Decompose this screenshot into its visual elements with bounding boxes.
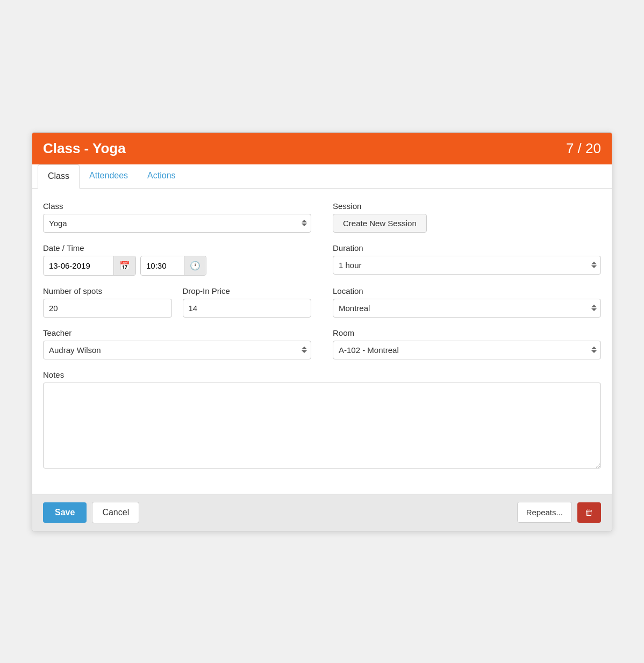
row-datetime-duration: Date / Time 📅 🕐 Duration 1 hour [43,243,601,276]
row-notes: Notes [43,370,601,470]
datetime-inputs: 📅 🕐 [43,256,311,276]
spots-label: Number of spots [43,286,172,296]
save-button[interactable]: Save [43,502,87,523]
footer-right: Repeats... 🗑 [517,502,601,523]
row-teacher-room: Teacher Audray Wilson Room A-102 - Montr… [43,328,601,359]
class-label: Class [43,201,311,211]
dropin-item: Drop-In Price [183,286,312,318]
duration-select-wrapper: 1 hour [333,256,601,275]
header-title: Class - Yoga [43,140,126,157]
duration-select[interactable]: 1 hour [333,256,601,275]
location-select[interactable]: Montreal [333,299,601,318]
footer: Save Cancel Repeats... 🗑 [32,494,612,531]
col-class: Class Yoga [43,201,311,233]
main-window: Class - Yoga 7 / 20 Class Attendees Acti… [32,132,612,531]
clock-icon-button[interactable]: 🕐 [184,256,206,275]
cancel-button[interactable]: Cancel [92,502,139,523]
location-select-wrapper: Montreal [333,299,601,318]
teacher-select-wrapper: Audray Wilson [43,341,311,359]
spots-item: Number of spots [43,286,172,318]
tab-class[interactable]: Class [38,164,80,189]
duration-label: Duration [333,243,601,253]
col-room: Room A-102 - Montreal [333,328,601,359]
class-select[interactable]: Yoga [43,214,311,233]
dropin-label: Drop-In Price [183,286,312,296]
session-label: Session [333,201,601,211]
col-session: Session Create New Session [333,201,601,233]
notes-label: Notes [43,370,601,379]
tab-attendees[interactable]: Attendees [80,164,138,188]
row-class-session: Class Yoga Session Create New Session [43,201,601,233]
datetime-label: Date / Time [43,243,311,253]
row-spots-dropin-location: Number of spots Drop-In Price Location M… [43,286,601,318]
col-location: Location Montreal [333,286,601,318]
spots-dropin-wrap: Number of spots Drop-In Price [43,286,311,318]
create-session-button[interactable]: Create New Session [333,214,427,233]
room-label: Room [333,328,601,337]
col-duration: Duration 1 hour [333,243,601,276]
repeats-button[interactable]: Repeats... [517,502,572,523]
teacher-label: Teacher [43,328,311,337]
teacher-select[interactable]: Audray Wilson [43,341,311,359]
trash-icon: 🗑 [585,508,593,517]
col-spots-dropin: Number of spots Drop-In Price [43,286,311,318]
time-input[interactable] [141,257,184,275]
class-select-wrapper: Yoga [43,214,311,233]
notes-textarea[interactable] [43,383,601,469]
spots-input[interactable] [43,299,172,318]
header: Class - Yoga 7 / 20 [32,133,612,164]
col-notes: Notes [43,370,601,470]
room-select-wrapper: A-102 - Montreal [333,341,601,359]
form-body: Class Yoga Session Create New Session [32,189,612,494]
calendar-icon-button[interactable]: 📅 [113,256,135,275]
header-count: 7 / 20 [566,140,601,157]
location-label: Location [333,286,601,296]
col-datetime: Date / Time 📅 🕐 [43,243,311,276]
time-input-wrap: 🕐 [140,256,206,276]
tab-actions[interactable]: Actions [138,164,185,188]
date-input-wrap: 📅 [43,256,136,276]
room-select[interactable]: A-102 - Montreal [333,341,601,359]
dropin-input[interactable] [183,299,312,318]
col-teacher: Teacher Audray Wilson [43,328,311,359]
date-input[interactable] [44,257,113,275]
tab-bar: Class Attendees Actions [32,164,612,189]
delete-button[interactable]: 🗑 [577,502,601,523]
footer-left: Save Cancel [43,502,139,523]
